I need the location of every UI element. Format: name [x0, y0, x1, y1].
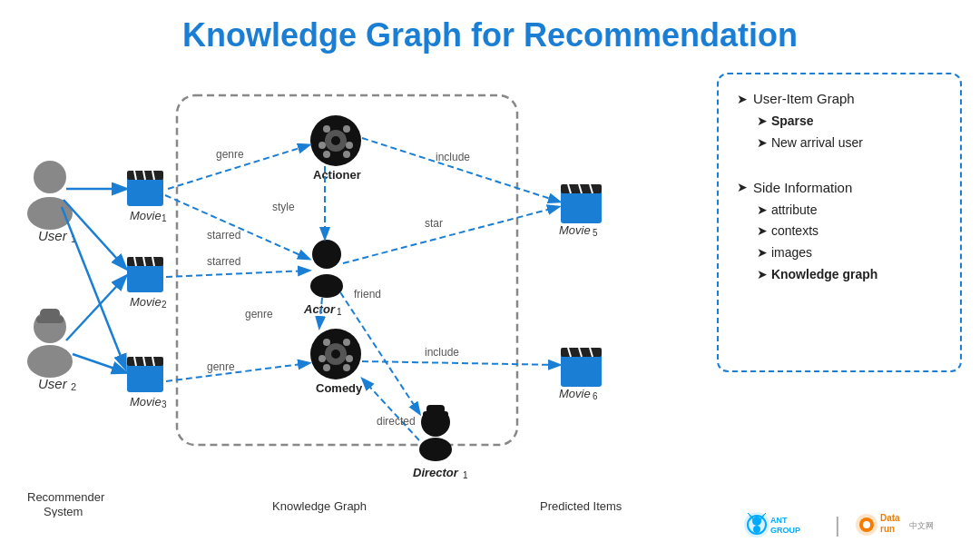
svg-text:style: style	[272, 201, 295, 213]
svg-point-109	[752, 517, 761, 526]
arrow-icon-1: ➤	[737, 92, 748, 106]
svg-point-51	[318, 355, 326, 362]
svg-point-52	[346, 355, 353, 362]
svg-text:Predicted Items: Predicted Items	[540, 499, 622, 513]
svg-text:Movie: Movie	[130, 395, 162, 409]
section2-item-4: ➤ Knowledge graph	[757, 264, 942, 286]
svg-rect-25	[127, 363, 163, 392]
section1-item-2: ➤ New arrival user	[757, 133, 942, 154]
svg-line-114	[764, 513, 766, 515]
svg-point-59	[419, 438, 452, 461]
svg-point-54	[343, 364, 350, 371]
section-user-item-graph: ➤ User-Item Graph ➤ Sparse ➤ New arrival…	[737, 91, 942, 154]
section2-title: Side Information	[753, 180, 852, 195]
section1-title: User-Item Graph	[753, 91, 855, 106]
svg-point-43	[310, 274, 343, 298]
svg-text:genre: genre	[245, 308, 273, 320]
svg-text:Movie: Movie	[130, 209, 162, 222]
svg-point-42	[312, 240, 341, 269]
svg-text:Recommender: Recommender	[27, 490, 105, 504]
arrow-icon-sub6: ➤	[757, 267, 771, 281]
svg-text:System: System	[44, 505, 83, 518]
svg-line-80	[73, 354, 125, 372]
svg-text:3: 3	[162, 399, 167, 409]
arrow-icon-sub2: ➤	[757, 135, 771, 150]
arrow-icon-sub5: ➤	[757, 245, 771, 260]
diagram-svg: User 1 User 2 Movie 1 Movie 2	[0, 73, 699, 518]
separator: |	[835, 512, 840, 537]
svg-rect-69	[561, 354, 602, 387]
svg-point-119	[863, 521, 870, 528]
svg-rect-62	[561, 191, 602, 223]
svg-rect-7	[40, 309, 60, 318]
svg-point-53	[323, 364, 330, 371]
svg-point-1	[34, 161, 66, 193]
svg-text:Actor: Actor	[303, 302, 336, 316]
svg-text:2: 2	[162, 300, 167, 310]
svg-text:star: star	[425, 217, 443, 230]
svg-text:directed: directed	[377, 415, 416, 428]
svg-text:1: 1	[337, 307, 342, 317]
branding-area: ANT GROUP | Data run 中文网	[740, 508, 953, 541]
ant-group-icon: ANT GROUP	[740, 508, 822, 541]
svg-text:5: 5	[593, 228, 598, 238]
svg-text:1: 1	[463, 470, 468, 480]
svg-point-110	[753, 526, 760, 533]
svg-text:User: User	[38, 228, 68, 243]
section-side-information: ➤ Side Information ➤ attribute ➤ context…	[737, 180, 942, 286]
svg-point-35	[323, 125, 330, 133]
info-box: ➤ User-Item Graph ➤ Sparse ➤ New arrival…	[717, 73, 962, 372]
svg-text:Knowledge Graph: Knowledge Graph	[272, 499, 367, 513]
arrow-icon-sub3: ➤	[757, 202, 771, 217]
svg-text:starred: starred	[207, 255, 240, 268]
svg-point-37	[318, 142, 326, 149]
svg-line-79	[66, 277, 125, 340]
svg-rect-58	[426, 405, 445, 413]
svg-line-101	[363, 380, 419, 440]
svg-line-91	[343, 207, 558, 263]
datarun-icon: Data run 中文网	[853, 508, 953, 541]
page-title: Knowledge Graph for Recommendation	[0, 0, 980, 64]
section2-item-1: ➤ attribute	[757, 200, 942, 222]
svg-rect-18	[127, 263, 163, 292]
svg-text:include: include	[425, 346, 459, 359]
svg-text:include: include	[436, 151, 470, 163]
svg-text:starred: starred	[207, 229, 240, 242]
svg-point-49	[323, 339, 330, 346]
svg-text:friend: friend	[354, 288, 381, 301]
svg-rect-11	[127, 177, 163, 206]
svg-point-38	[346, 142, 353, 149]
diagram-area: User 1 User 2 Movie 1 Movie 2	[0, 73, 699, 518]
arrow-icon-sub1: ➤	[757, 113, 771, 128]
svg-line-83	[362, 138, 559, 202]
section2-item-3: ➤ images	[757, 242, 942, 264]
svg-text:6: 6	[593, 391, 598, 401]
svg-point-36	[343, 125, 350, 133]
arrow-icon-2: ➤	[737, 180, 748, 194]
svg-text:User: User	[38, 376, 68, 391]
svg-text:2: 2	[71, 381, 76, 392]
svg-line-113	[748, 513, 750, 515]
svg-text:GROUP: GROUP	[770, 526, 800, 535]
svg-text:1: 1	[162, 213, 167, 223]
svg-point-40	[343, 151, 350, 158]
svg-text:Director: Director	[413, 466, 459, 479]
svg-text:Movie: Movie	[559, 223, 591, 237]
svg-text:genre: genre	[216, 148, 244, 161]
svg-text:Movie: Movie	[130, 295, 162, 309]
svg-text:Actioner: Actioner	[313, 168, 361, 182]
arrow-icon-sub4: ➤	[757, 223, 771, 238]
svg-line-97	[166, 363, 309, 381]
svg-point-50	[343, 339, 350, 346]
svg-point-34	[331, 136, 340, 145]
svg-text:genre: genre	[207, 360, 235, 373]
svg-point-39	[323, 151, 330, 158]
svg-line-89	[166, 271, 309, 277]
svg-text:中文网: 中文网	[909, 521, 934, 530]
svg-text:Comedy: Comedy	[316, 381, 363, 395]
svg-text:Data: Data	[880, 513, 900, 523]
section1-item-1: ➤ Sparse	[757, 111, 942, 133]
svg-point-8	[27, 345, 73, 378]
section2-item-2: ➤ contexts	[757, 221, 942, 242]
svg-text:run: run	[880, 524, 895, 534]
